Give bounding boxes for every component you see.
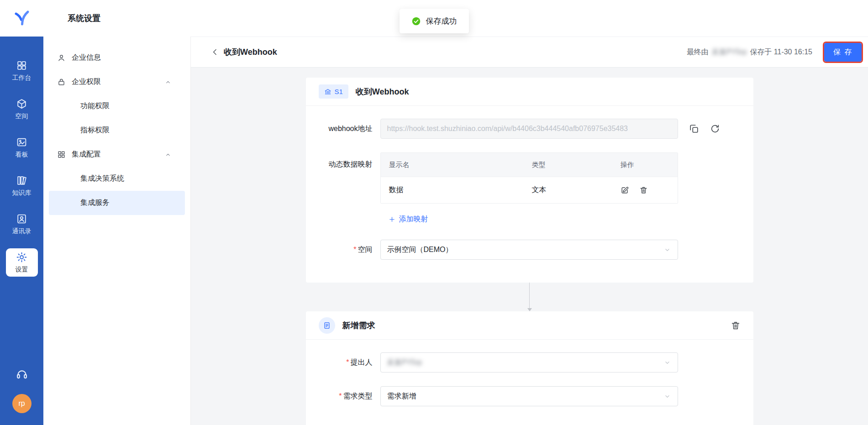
menu-item-feature-permissions[interactable]: 功能权限 — [49, 94, 185, 118]
space-select-value: 示例空间（DEMO） — [387, 245, 453, 255]
lock-icon — [57, 78, 66, 86]
proposer-label: *提出人 — [317, 358, 373, 367]
rail-item-label: 设置 — [16, 266, 28, 274]
copy-button[interactable] — [689, 124, 699, 134]
rail-item-label: 看板 — [16, 151, 28, 159]
edit-icon — [621, 186, 629, 194]
app-root: 工作台 空间 看板 知识库 — [0, 0, 868, 425]
demand-node-card: 新增需求 *提出人 — [306, 311, 753, 425]
space-row: *空间 示例空间（DEMO） — [306, 240, 753, 260]
chevron-up-icon — [164, 79, 172, 86]
rail-item-label: 通讯录 — [12, 227, 32, 236]
space-select[interactable]: 示例空间（DEMO） — [380, 240, 678, 260]
board-icon — [16, 136, 27, 148]
menu-item-company-info[interactable]: 企业信息 — [49, 46, 185, 70]
menu-item-label: 功能权限 — [80, 101, 110, 111]
mapping-table-header: 显示名 类型 操作 — [381, 153, 678, 177]
webhook-node-card: S1 收到Webhook webhook地址 https://hook.test… — [306, 78, 753, 283]
required-asterisk: * — [339, 392, 342, 400]
header-right: 最终由 吴某PY5rp 保存于 11-30 16:15 保 存 — [687, 43, 862, 62]
headset-icon — [16, 368, 28, 381]
flow-title: 收到Webhook — [224, 47, 277, 58]
webhook-card-body: webhook地址 https://hook.test.shuzhiniao.c… — [306, 106, 753, 283]
mapping-row: 动态数据映射 显示名 类型 操作 数据 — [306, 152, 753, 204]
avatar-initials: rp — [18, 399, 25, 408]
toast-save-success: 保存成功 — [400, 9, 469, 33]
last-saved-text: 最终由 吴某PY5rp 保存于 11-30 16:15 — [687, 47, 812, 57]
menu-item-label: 集成配置 — [72, 150, 101, 159]
saved-prefix: 最终由 — [687, 47, 709, 57]
menu-item-company-permissions[interactable]: 企业权限 — [49, 70, 185, 94]
chevron-left-icon — [210, 47, 220, 57]
rail-item-settings[interactable]: 设置 — [6, 248, 38, 277]
main-column: 系统设置 企业信息 企业权限 — [43, 0, 868, 425]
plus-icon — [389, 216, 395, 223]
body-row: 企业信息 企业权限 功能权限 指标权限 — [43, 37, 868, 425]
table-row: 数据 文本 — [381, 177, 678, 203]
rail-item-board[interactable]: 看板 — [6, 133, 38, 162]
demand-type-row: *需求类型 需求新增 — [306, 386, 753, 406]
rail-item-contacts[interactable]: 通讯录 — [6, 210, 38, 238]
brand-logo — [0, 0, 43, 37]
refresh-icon — [710, 124, 720, 134]
webhook-url-value: https://hook.test.shuzhiniao.com/api/w/b… — [387, 125, 628, 133]
connector-arrow-icon — [527, 308, 532, 311]
flow-connector — [527, 283, 532, 311]
rail-item-space[interactable]: 空间 — [6, 95, 38, 123]
back-button[interactable] — [209, 46, 221, 58]
blocks-icon — [57, 150, 66, 159]
demand-card-body: *提出人 吴某PY5rp *需求类型 — [306, 340, 753, 425]
node-step-badge: S1 — [319, 84, 348, 99]
menu-item-label: 企业信息 — [72, 53, 101, 63]
menu-item-label: 指标权限 — [80, 126, 110, 135]
add-mapping-label: 添加映射 — [399, 215, 428, 224]
menu-item-integration-config[interactable]: 集成配置 — [49, 142, 185, 167]
knowledge-icon — [16, 175, 27, 186]
save-button[interactable]: 保 存 — [824, 43, 862, 62]
menu-item-label: 集成服务 — [80, 198, 110, 208]
rail-nav: 工作台 空间 看板 知识库 — [0, 37, 43, 277]
chevron-down-icon — [663, 359, 671, 367]
content-header: 收到Webhook 最终由 吴某PY5rp 保存于 11-30 16:15 保 … — [191, 37, 868, 68]
menu-item-integration-decision[interactable]: 集成决策系统 — [49, 167, 185, 191]
rail-item-knowledge[interactable]: 知识库 — [6, 172, 38, 200]
page-title: 系统设置 — [68, 13, 100, 24]
masked-username: 吴某PY5rp — [712, 47, 747, 57]
node-title: 新增需求 — [342, 320, 375, 331]
check-circle-icon — [411, 16, 421, 26]
refresh-button[interactable] — [710, 124, 720, 134]
space-icon — [16, 98, 27, 110]
settings-menu: 企业信息 企业权限 功能权限 指标权限 — [43, 37, 191, 425]
left-rail: 工作台 空间 看板 知识库 — [0, 0, 43, 425]
mapping-table: 显示名 类型 操作 数据 文本 — [380, 152, 678, 204]
webhook-url-actions — [678, 124, 720, 134]
demand-card-header: 新增需求 — [306, 311, 753, 340]
proposer-select-value-masked: 吴某PY5rp — [387, 358, 422, 367]
rail-item-label: 知识库 — [12, 189, 32, 197]
required-asterisk: * — [353, 246, 356, 253]
toast-text: 保存成功 — [426, 16, 457, 26]
menu-item-integration-service[interactable]: 集成服务 — [49, 191, 185, 215]
demand-type-select-value: 需求新增 — [387, 392, 416, 401]
add-mapping-button[interactable]: 添加映射 — [389, 215, 428, 224]
required-asterisk: * — [346, 358, 349, 366]
rail-item-workbench[interactable]: 工作台 — [6, 57, 38, 85]
support-button[interactable] — [14, 367, 30, 382]
workbench-icon — [16, 60, 27, 71]
edit-mapping-button[interactable] — [621, 186, 629, 194]
user-avatar[interactable]: rp — [12, 394, 32, 413]
header-cell-name: 显示名 — [381, 161, 532, 169]
demand-type-select[interactable]: 需求新增 — [380, 386, 678, 406]
chevron-up-icon — [164, 151, 172, 158]
webhook-url-input[interactable]: https://hook.test.shuzhiniao.com/api/w/b… — [380, 119, 678, 139]
menu-item-label: 企业权限 — [72, 77, 101, 87]
demand-type-label: *需求类型 — [317, 392, 373, 401]
proposer-select[interactable]: 吴某PY5rp — [380, 352, 678, 373]
cell-display-name: 数据 — [381, 185, 532, 195]
chevron-down-icon — [663, 393, 671, 400]
rail-bottom: rp — [12, 367, 32, 425]
menu-item-metric-permissions[interactable]: 指标权限 — [49, 118, 185, 142]
delete-mapping-button[interactable] — [639, 186, 648, 194]
delete-node-button[interactable] — [731, 320, 741, 331]
connector-line — [529, 283, 530, 309]
